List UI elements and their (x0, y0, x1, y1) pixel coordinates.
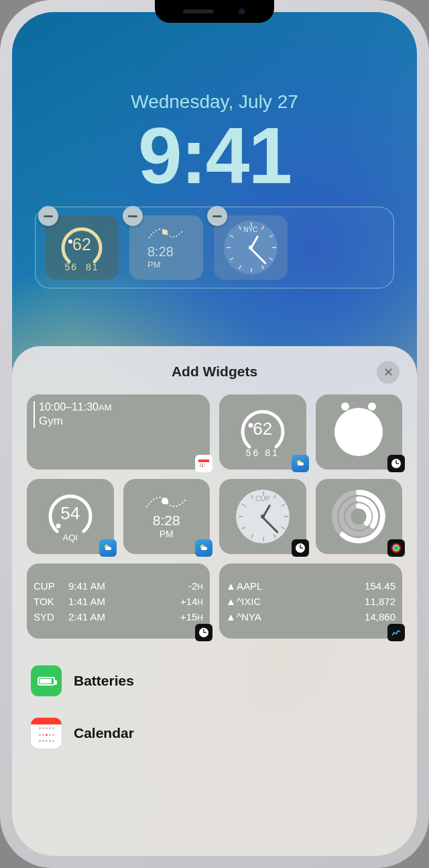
stock-row: ▲^IXIC11,872 (226, 596, 395, 607)
svg-point-26 (395, 547, 397, 549)
close-icon: ✕ (383, 365, 393, 380)
remove-widget-button[interactable] (38, 206, 58, 226)
stock-row: ▲^NYA14,860 (226, 611, 395, 622)
lock-screen: Wednesday, July 27 9:41 62 56 81 8:28 PM (12, 12, 417, 856)
app-row-batteries[interactable]: Batteries (27, 655, 402, 707)
add-widgets-sheet: Add Widgets ✕ 10:00–11:30AM Gym (12, 346, 417, 856)
world-clock-list-widget-preview[interactable]: CUP9:41 AM-2H TOK1:41 AM+14H SYD2:41 AM+… (27, 563, 210, 639)
sunset-widget[interactable]: 8:28 PM (129, 215, 203, 280)
svg-rect-8 (202, 466, 203, 467)
world-clock-widget[interactable]: NYC (214, 215, 288, 280)
remove-widget-button[interactable] (123, 206, 143, 226)
svg-point-14 (56, 524, 60, 529)
remove-widget-button[interactable] (207, 206, 227, 226)
alarm-clock-icon (334, 408, 383, 456)
world-clock-row: CUP9:41 AM-2H (34, 580, 203, 592)
batteries-app-icon (31, 665, 62, 696)
temp-range: 56 81 (58, 262, 105, 272)
aqi-gauge-icon: 54 AQI (45, 491, 96, 542)
svg-rect-4 (200, 464, 201, 465)
alarm-widget-preview[interactable] (316, 394, 403, 470)
svg-point-1 (162, 229, 168, 235)
clock-app-icon (292, 539, 309, 557)
iphone-frame: Wednesday, July 27 9:41 62 56 81 8:28 PM (0, 0, 429, 868)
current-temp: 62 (58, 235, 105, 254)
calendar-widget-preview[interactable]: 10:00–11:30AM Gym (27, 394, 210, 470)
analog-clock-widget-preview[interactable]: CUP (219, 479, 306, 554)
svg-rect-5 (202, 464, 203, 465)
app-row-calendar[interactable]: Calendar (27, 707, 402, 759)
app-label: Calendar (74, 725, 134, 741)
sunset-widget-preview[interactable]: 8:28 PM (123, 479, 210, 554)
stocks-app-icon (387, 624, 405, 641)
stocks-rows: ▲AAPL154.45 ▲^IXIC11,872 ▲^NYA14,860 (226, 570, 395, 632)
svg-rect-7 (200, 466, 201, 467)
clock-app-icon (195, 624, 212, 641)
world-clock-row: SYD2:41 AM+15H (34, 611, 203, 622)
activity-rings-icon (331, 489, 386, 544)
fitness-widget-preview[interactable] (316, 479, 403, 554)
analog-clock-icon: NYC (224, 221, 278, 274)
sunset-icon: 8:28 PM (147, 226, 185, 270)
stock-row: ▲AAPL154.45 (226, 580, 395, 592)
clock-app-icon (387, 455, 405, 472)
lock-time: 9:41 (12, 110, 417, 201)
notch (155, 0, 274, 23)
weather-widget-preview[interactable]: 62 56 81 (219, 394, 306, 470)
fitness-app-icon (387, 539, 405, 557)
svg-point-16 (162, 498, 168, 504)
svg-rect-3 (198, 459, 209, 462)
weather-app-icon (292, 455, 309, 472)
weather-app-icon (99, 539, 117, 557)
app-label: Batteries (74, 673, 134, 689)
aqi-widget-preview[interactable]: 54 AQI (27, 479, 114, 554)
minus-icon (44, 215, 53, 217)
minus-icon (212, 215, 222, 217)
close-button[interactable]: ✕ (377, 361, 400, 384)
svg-rect-6 (204, 464, 205, 465)
analog-clock-icon: CUP (236, 490, 290, 543)
temperature-gauge-icon: 62 56 81 (58, 224, 105, 271)
sheet-title: Add Widgets (172, 364, 257, 379)
sunset-curve-icon (144, 494, 188, 511)
lockscreen-widget-tray[interactable]: 62 56 81 8:28 PM NYC (35, 207, 394, 288)
temperature-widget[interactable]: 62 56 81 (45, 215, 119, 280)
temperature-gauge-icon: 62 56 81 (237, 406, 288, 457)
stocks-widget-preview[interactable]: ▲AAPL154.45 ▲^IXIC11,872 ▲^NYA14,860 (219, 563, 402, 639)
world-clock-row: TOK1:41 AM+14H (34, 596, 203, 607)
calendar-app-icon (195, 455, 212, 472)
minus-icon (128, 215, 137, 217)
calendar-app-icon (31, 718, 62, 749)
world-clock-rows: CUP9:41 AM-2H TOK1:41 AM+14H SYD2:41 AM+… (34, 570, 203, 632)
weather-app-icon (195, 539, 212, 557)
